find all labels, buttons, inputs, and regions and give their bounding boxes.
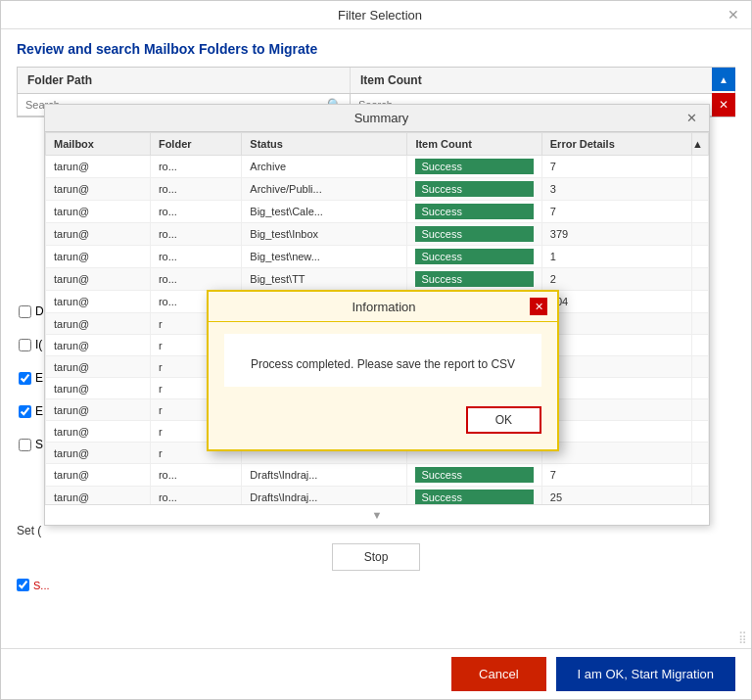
table-cell: Success — [407, 178, 541, 201]
checkbox-l-label: I( — [35, 338, 42, 351]
info-body: Process completed. Please save the repor… — [224, 334, 541, 387]
table-cell — [541, 443, 691, 464]
table-cell — [541, 378, 691, 399]
table-cell — [541, 356, 691, 378]
info-title: Information — [238, 300, 530, 314]
bottom-controls: Set ( Stop S... — [1, 524, 751, 591]
col-folder: Folder — [150, 133, 241, 156]
table-cell: Archive/Publi... — [242, 178, 407, 201]
table-cell: tarun@ — [46, 313, 151, 335]
sync-checkbox[interactable] — [17, 579, 29, 591]
scroll-bottom-arrow: ▼ — [372, 509, 383, 521]
table-cell: tarun@ — [46, 421, 151, 443]
filter-up-button[interactable]: ▲ — [712, 68, 735, 91]
window-close-icon[interactable]: ✕ — [728, 7, 739, 23]
table-cell — [541, 399, 691, 421]
table-cell — [692, 291, 709, 313]
table-cell — [692, 487, 709, 505]
ok-button[interactable]: OK — [466, 406, 541, 434]
footer-bar: Cancel I am OK, Start Migration — [1, 648, 751, 699]
stop-button[interactable]: Stop — [332, 543, 421, 571]
table-cell: tarun@ — [46, 487, 151, 505]
table-cell: ro... — [150, 156, 241, 178]
table-row: tarun@ro...Big_test\new...Success1 — [46, 246, 709, 268]
title-bar: Filter Selection ✕ — [1, 1, 751, 29]
page-title: Review and search Mailbox Folders to Mig… — [17, 41, 735, 57]
table-cell: tarun@ — [46, 464, 151, 487]
sync-row: S... — [17, 579, 50, 591]
table-cell: 7 — [541, 464, 691, 487]
table-cell: Big_test\TT — [242, 268, 407, 291]
table-cell: Drafts\Indraj... — [242, 464, 407, 487]
table-cell: ro... — [150, 246, 241, 268]
start-migration-button[interactable]: I am OK, Start Migration — [556, 657, 735, 691]
col-scroll: ▲ — [692, 133, 709, 156]
checkbox-d-label: D — [35, 304, 44, 318]
table-cell: ro... — [150, 223, 241, 246]
checkbox-e2[interactable] — [19, 405, 31, 418]
checkbox-l[interactable] — [19, 339, 31, 351]
table-cell — [692, 313, 709, 335]
main-window: Filter Selection ✕ Review and search Mai… — [0, 0, 752, 700]
table-cell: Success — [407, 201, 541, 223]
checkbox-e1[interactable] — [19, 372, 31, 385]
table-cell: tarun@ — [46, 268, 151, 291]
table-cell: ro... — [150, 268, 241, 291]
window-title: Filter Selection — [32, 8, 728, 23]
info-title-bar: Information ✕ — [209, 292, 557, 322]
table-cell: tarun@ — [46, 223, 151, 246]
col-status: Status — [242, 133, 407, 156]
checkbox-d-row: D — [19, 304, 44, 318]
table-cell — [692, 335, 709, 356]
table-cell — [692, 464, 709, 487]
resize-handle[interactable]: ⣿ — [738, 630, 747, 644]
summary-title: Summary — [76, 111, 686, 125]
table-row: tarun@ro...ArchiveSuccess7 — [46, 156, 709, 178]
col-error-detail: Error Details — [541, 133, 691, 156]
table-cell: tarun@ — [46, 201, 151, 223]
table-cell: 1 — [541, 246, 691, 268]
cancel-button[interactable]: Cancel — [451, 657, 545, 691]
table-row: tarun@ro...Big_test\TTSuccess2 — [46, 268, 709, 291]
table-cell — [692, 378, 709, 399]
table-cell: Success — [407, 156, 541, 178]
table-cell — [541, 421, 691, 443]
table-cell: Archive — [242, 156, 407, 178]
info-message: Process completed. Please save the repor… — [244, 357, 522, 371]
table-cell — [692, 178, 709, 201]
table-cell: ro... — [150, 464, 241, 487]
table-cell: Big_test\new... — [242, 246, 407, 268]
set-label: Set ( — [17, 524, 41, 537]
checkbox-d[interactable] — [19, 305, 31, 318]
table-cell: 3 — [541, 178, 691, 201]
summary-title-bar: Summary ✕ — [45, 105, 709, 132]
table-row: tarun@ro...Drafts\Indraj...Success7 — [46, 464, 709, 487]
checkbox-e2-row: E — [19, 404, 44, 418]
checkbox-e1-row: E — [19, 371, 44, 385]
table-cell: tarun@ — [46, 156, 151, 178]
table-cell: tarun@ — [46, 335, 151, 356]
table-cell: 404 — [541, 291, 691, 313]
filter-right-buttons: ▲ ✕ — [712, 68, 735, 117]
info-dialog: Information ✕ Process completed. Please … — [207, 290, 559, 451]
table-row: tarun@ro...Drafts\Indraj...Success25 — [46, 487, 709, 505]
table-cell: Success — [407, 246, 541, 268]
info-ok-area: OK — [209, 398, 557, 449]
summary-close-icon[interactable]: ✕ — [686, 111, 697, 125]
filter-close-button[interactable]: ✕ — [712, 93, 735, 117]
sync-label: S... — [33, 580, 50, 591]
table-cell: tarun@ — [46, 378, 151, 399]
checkbox-s[interactable] — [19, 439, 31, 451]
col-mailbox: Mailbox — [46, 133, 151, 156]
table-cell: ro... — [150, 201, 241, 223]
table-row: tarun@ro...Archive/Publi...Success3 — [46, 178, 709, 201]
table-cell: 7 — [541, 156, 691, 178]
filter-col-path: Folder Path — [18, 68, 351, 93]
table-cell — [692, 223, 709, 246]
table-cell: Success — [407, 223, 541, 246]
table-cell — [692, 356, 709, 378]
table-cell: tarun@ — [46, 356, 151, 378]
info-close-button[interactable]: ✕ — [530, 298, 547, 315]
table-cell: 7 — [541, 201, 691, 223]
table-cell: tarun@ — [46, 291, 151, 313]
